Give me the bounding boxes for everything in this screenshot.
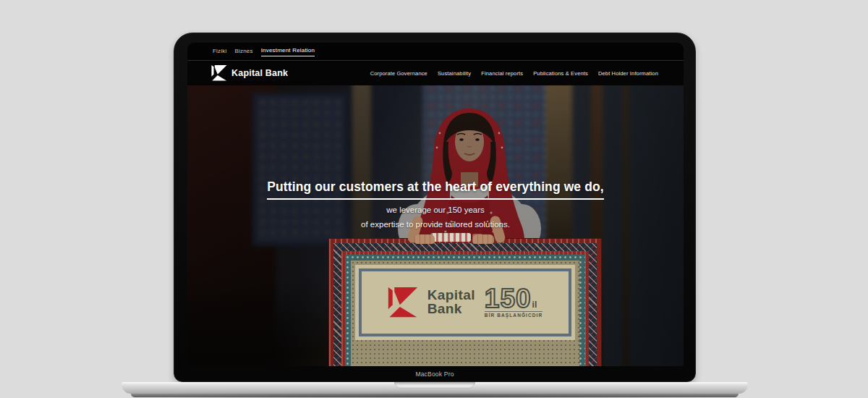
utility-nav-biznes[interactable]: Biznes xyxy=(234,48,252,56)
laptop-shadow xyxy=(152,394,716,398)
carpet-anniversary: 150 il BİR BAŞLANĞICDIR xyxy=(485,287,542,318)
browser-viewport: Fiziki Biznes Investment Relation Kapita… xyxy=(187,43,684,366)
main-nav: Corporate Governance Sustainability Fina… xyxy=(370,70,658,77)
hero-title: Putting our customers at the heart of ev… xyxy=(187,179,684,200)
right-hand xyxy=(472,234,494,244)
brand-logo[interactable]: Kapital Bank xyxy=(211,65,288,81)
carpet-rolled-edge xyxy=(430,233,471,242)
hero-subtitle: we leverage our 150 years of expertise t… xyxy=(187,203,684,232)
left-hand xyxy=(414,234,435,244)
kapital-bank-logo-icon xyxy=(211,65,227,81)
carpet-kapital-bank-logo-icon xyxy=(388,284,418,321)
carpet-brand-text: Kapital Bank xyxy=(427,289,475,316)
nav-item-sustainability[interactable]: Sustainability xyxy=(438,70,471,77)
utility-nav-fiziki[interactable]: Fiziki xyxy=(213,48,226,56)
utility-nav: Fiziki Biznes Investment Relation xyxy=(187,43,684,61)
macbook-mockup: Fiziki Biznes Investment Relation Kapita… xyxy=(0,0,868,398)
brand-name: Kapital Bank xyxy=(231,68,288,78)
carpet-center-panel: Kapital Bank 150 il BİR BAŞLANĞICDIR xyxy=(355,265,575,340)
nav-item-corporate-governance[interactable]: Corporate Governance xyxy=(370,70,427,77)
nav-item-publications-events[interactable]: Publications & Events xyxy=(533,70,588,77)
nav-item-debt-holder-information[interactable]: Debt Holder Information xyxy=(598,70,658,77)
hero-subtitle-line1: we leverage our 150 years xyxy=(187,203,684,217)
hero-subtitle-line2: of expertise to provide tailored solutio… xyxy=(187,217,684,232)
hero-section: Kapital Bank 150 il BİR BAŞLANĞICDIR xyxy=(187,85,684,366)
anniversary-unit: il xyxy=(532,300,537,310)
anniversary-caption: BİR BAŞLANĞICDIR xyxy=(485,311,542,318)
nav-item-financial-reports[interactable]: Financial reports xyxy=(481,70,523,77)
laptop-lid-notch xyxy=(394,382,475,389)
macbook-pro-label: MacBook Pro xyxy=(174,371,695,378)
site-header: Kapital Bank Corporate Governance Sustai… xyxy=(187,61,684,85)
laptop-screen-bezel: Fiziki Biznes Investment Relation Kapita… xyxy=(174,33,696,382)
anniversary-number: 150 xyxy=(485,287,532,310)
utility-nav-investment-relation[interactable]: Investment Relation xyxy=(261,47,315,56)
laptop-base xyxy=(122,382,748,394)
anniversary-carpet: Kapital Bank 150 il BİR BAŞLANĞICDIR xyxy=(329,239,601,366)
